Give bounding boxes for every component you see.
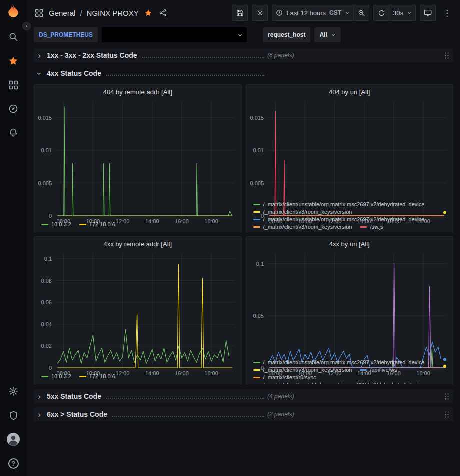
server-admin-gear-icon[interactable] [0,379,27,403]
legend-item[interactable]: /_matrix/client/unstable/org.matrix.msc2… [253,201,425,208]
legend-item[interactable]: 10.0.3.2 [41,221,71,228]
row-5xx[interactable]: › 5xx Status Code (4 panels) [34,389,453,403]
row-4xx[interactable]: › 4xx Status Code [34,66,453,80]
row-1xx-3xx-2xx[interactable]: › 1xx - 3xx - 2xx Status Code (6 panels) [34,48,453,62]
legend-swatch [360,369,367,371]
time-series-chart[interactable]: 08:0010:0012:0014:0016:0018:0000.050.1 [246,248,453,358]
legend-item[interactable]: /_matrix/client/unstable/org.matrix.msc2… [253,381,425,384]
panel-legend: /_matrix/client/unstable/org.matrix.msc2… [246,358,453,384]
legend-swatch [253,204,260,205]
dashboard-topbar: General / NGINX PROXY Last 12 hours CS [27,0,460,26]
panel-title[interactable]: 404 by remote addr [All] [34,85,241,96]
legend-item[interactable]: /_matrix/client/v3/room_keys/version [253,208,352,215]
request-host-label-text: request_host [268,31,305,38]
legend-item[interactable]: /sw.js [360,223,383,230]
security-shield-icon[interactable] [0,403,27,427]
zoom-out-icon [358,9,365,17]
legend-item[interactable]: /_matrix/client/unstable/org.matrix.msc2… [253,216,425,223]
legend-swatch [41,376,48,377]
save-icon [236,9,244,17]
drag-handle-icon[interactable] [444,411,449,418]
panel-title[interactable]: 404 by uri [All] [246,85,453,96]
save-dashboard-button[interactable] [232,5,248,21]
panel-title[interactable]: 4xx by uri [All] [246,237,453,248]
share-icon[interactable] [158,8,168,18]
breadcrumb: General / NGINX PROXY [34,8,168,18]
svg-text:0.02: 0.02 [41,343,52,349]
chevron-right-icon: › [36,410,43,419]
svg-text:0.06: 0.06 [41,299,52,305]
row-title: 4xx Status Code [47,69,101,77]
grid-lines [55,101,234,216]
row-panel-count: (4 panels) [267,393,294,400]
zoom-out-button[interactable] [353,5,369,21]
legend-swatch [253,362,260,363]
refresh-interval-dropdown[interactable]: 30s [389,5,416,21]
row-title: 5xx Status Code [47,392,101,400]
request-host-value-dropdown[interactable]: All [314,27,340,42]
row-title: 6xx > Status Code [47,410,107,418]
timezone-label: CST [329,9,341,16]
dashboard-settings-button[interactable] [252,5,268,21]
help-icon[interactable]: ? [0,451,27,475]
row-6xx[interactable]: › 6xx > Status Code (2 panels) [34,407,453,421]
sidebar-bottom: ? [0,379,27,476]
starred-dashboards-icon[interactable] [0,49,27,73]
chart-svg[interactable]: 08:0010:0012:0014:0016:0018:0000.0050.01… [34,96,241,227]
datasource-picker[interactable] [102,27,247,42]
dashboard-title[interactable]: NGINX PROXY [87,9,139,17]
svg-text:0.005: 0.005 [250,180,264,186]
chevron-down-icon [331,32,336,37]
legend-swatch [360,226,367,228]
legend-item[interactable]: /_matrix/client/unstable/org.matrix.msc2… [253,359,425,366]
breadcrumb-section[interactable]: General [49,9,75,17]
chevron-down-icon [345,10,350,15]
star-icon[interactable] [143,8,153,18]
main-area: General / NGINX PROXY Last 12 hours CS [27,0,460,476]
dashboards-icon[interactable] [0,73,27,97]
row-header-left: › 5xx Status Code [36,392,267,401]
chevron-right-icon: › [36,392,43,401]
sidebar-expand-button[interactable]: › [22,22,31,30]
legend-swatch [79,224,86,225]
panel-4xx-by-uri: 4xx by uri [All] 08:0010:0012:0014:0016:… [246,236,454,384]
svg-text:0.01: 0.01 [253,147,263,153]
refresh-button[interactable] [373,5,389,21]
apps-grid-icon[interactable] [34,8,44,18]
grid-lines [55,253,234,368]
time-range-picker[interactable]: Last 12 hours CST [272,5,354,21]
legend-item[interactable]: /_matrix/client/r0/sync [253,374,316,381]
legend-item[interactable]: /_matrix/client/v3/room_keys/version [253,223,352,230]
expand-chevron-glyph: › [26,23,28,29]
row-dots-leader [142,57,265,58]
chevron-down-icon: › [35,70,44,77]
row-panel-count: (6 panels) [267,52,294,59]
grafana-logo-icon[interactable] [6,5,21,22]
legend-item[interactable]: /_matrix/client/v3/room_keys/version [253,366,352,373]
svg-text:0: 0 [49,213,52,219]
time-series-chart[interactable]: 08:0010:0012:0014:0016:0018:0000.0050.01… [34,96,241,220]
explore-compass-icon[interactable] [0,97,27,121]
panel-4xx-by-remote-addr: 4xx by remote addr [All] 08:0010:0012:00… [34,236,242,384]
gear-icon [256,9,264,17]
drag-handle-icon[interactable] [444,52,449,59]
series-lines [57,264,232,368]
legend-item[interactable]: 172.18.0.6 [79,373,115,380]
datasource-variable-label[interactable]: DS_PROMETHEUS [34,27,98,42]
chart-svg[interactable]: 08:0010:0012:0014:0016:0018:0000.020.040… [34,248,241,379]
legend-item[interactable]: 10.0.3.2 [41,373,71,380]
legend-item[interactable]: 172.18.0.6 [79,221,115,228]
kebab-menu-button[interactable]: ⋮ [440,8,454,18]
tv-mode-button[interactable] [420,5,436,21]
panel-title[interactable]: 4xx by remote addr [All] [34,237,241,248]
time-series-chart[interactable]: 08:0010:0012:0014:0016:0018:0000.020.040… [34,248,241,372]
user-avatar[interactable] [0,427,27,451]
alerting-bell-icon[interactable] [0,121,27,145]
legend-item[interactable]: /api/live/ws [360,366,397,373]
datasource-label-text: DS_PROMETHEUS [39,31,93,38]
svg-text:0.08: 0.08 [41,278,52,284]
time-series-chart[interactable]: 08:0010:0012:0014:0016:0018:0000.0050.01… [246,96,453,200]
row-header-left: › 6xx > Status Code [36,410,267,419]
drag-handle-icon[interactable] [444,393,449,400]
chevron-down-icon [237,32,243,38]
